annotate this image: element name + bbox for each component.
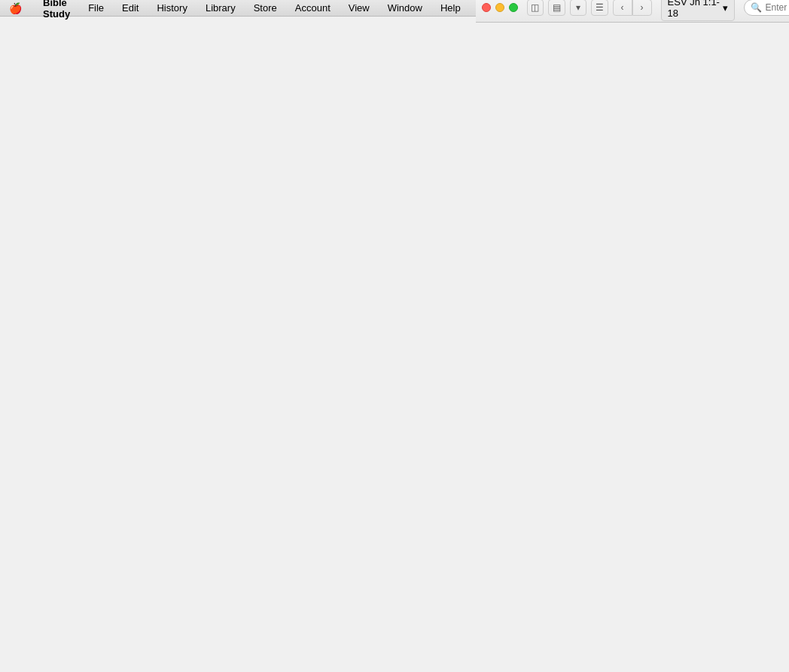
menu-file[interactable]: File <box>85 2 107 14</box>
list-view-button[interactable]: ☰ <box>591 0 608 16</box>
verse-selector[interactable]: ESV Jn 1:1-18 ▾ <box>661 0 736 21</box>
nav-back-button[interactable]: ‹ <box>613 0 632 16</box>
menu-window[interactable]: Window <box>385 2 425 14</box>
verse-dropdown-icon: ▾ <box>723 2 728 14</box>
search-icon: 🔍 <box>751 2 762 13</box>
close-window-button[interactable] <box>482 3 491 12</box>
verse-label: ESV Jn 1:1-18 <box>668 0 720 19</box>
app-name[interactable]: Bible Study <box>40 0 73 20</box>
apple-menu[interactable]: 🍎 <box>6 2 25 14</box>
menu-account[interactable]: Account <box>292 2 334 14</box>
menu-view[interactable]: View <box>346 2 373 14</box>
menu-bar: 🍎 Bible Study File Edit History Library … <box>0 0 789 17</box>
menu-store[interactable]: Store <box>251 2 280 14</box>
menu-library[interactable]: Library <box>203 2 239 14</box>
search-input[interactable] <box>765 2 789 13</box>
nav-forward-button[interactable]: › <box>632 0 652 16</box>
minimize-window-button[interactable] <box>495 3 504 12</box>
search-bar[interactable]: 🔍 <box>744 0 789 16</box>
maximize-window-button[interactable] <box>509 3 518 12</box>
sidebar-toggle-button[interactable]: ◫ <box>527 0 544 16</box>
menu-history[interactable]: History <box>154 2 190 14</box>
window-controls <box>482 3 518 12</box>
panel-toggle-button[interactable]: ▤ <box>548 0 565 16</box>
menu-help[interactable]: Help <box>437 2 464 14</box>
main-toolbar: ◫ ▤ ▾ ☰ ‹ › ESV Jn 1:1-18 ▾ 🔍 ⊞ <box>476 0 789 23</box>
menu-edit[interactable]: Edit <box>119 2 142 14</box>
dropdown-toggle-button[interactable]: ▾ <box>570 0 586 16</box>
